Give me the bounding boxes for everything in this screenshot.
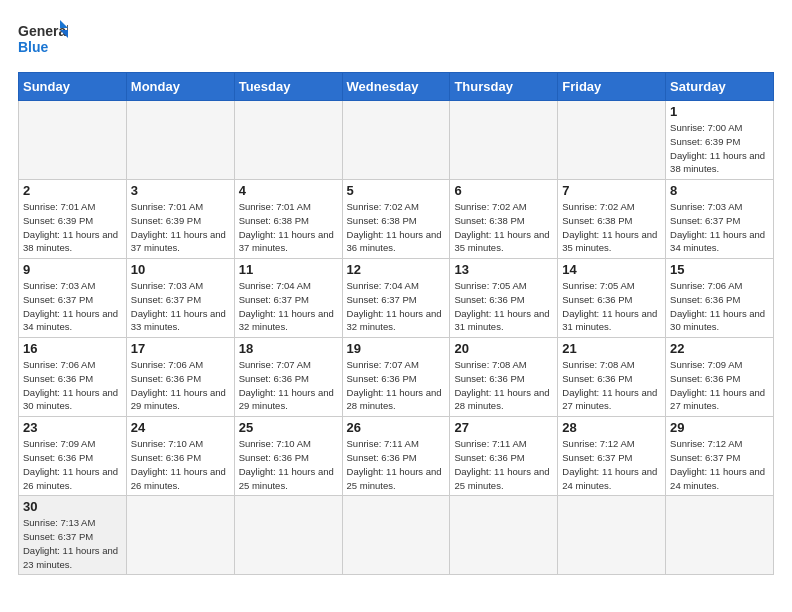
- calendar-cell: 6Sunrise: 7:02 AM Sunset: 6:38 PM Daylig…: [450, 180, 558, 259]
- day-number: 30: [23, 499, 122, 514]
- calendar-cell: 12Sunrise: 7:04 AM Sunset: 6:37 PM Dayli…: [342, 259, 450, 338]
- calendar-cell: 21Sunrise: 7:08 AM Sunset: 6:36 PM Dayli…: [558, 338, 666, 417]
- day-info: Sunrise: 7:02 AM Sunset: 6:38 PM Dayligh…: [454, 200, 553, 255]
- day-info: Sunrise: 7:08 AM Sunset: 6:36 PM Dayligh…: [454, 358, 553, 413]
- day-info: Sunrise: 7:04 AM Sunset: 6:37 PM Dayligh…: [347, 279, 446, 334]
- calendar-cell: 30Sunrise: 7:13 AM Sunset: 6:37 PM Dayli…: [19, 496, 127, 575]
- week-row-1: 2Sunrise: 7:01 AM Sunset: 6:39 PM Daylig…: [19, 180, 774, 259]
- calendar-cell: 9Sunrise: 7:03 AM Sunset: 6:37 PM Daylig…: [19, 259, 127, 338]
- weekday-saturday: Saturday: [666, 73, 774, 101]
- day-number: 4: [239, 183, 338, 198]
- day-number: 11: [239, 262, 338, 277]
- day-info: Sunrise: 7:04 AM Sunset: 6:37 PM Dayligh…: [239, 279, 338, 334]
- calendar-cell: 7Sunrise: 7:02 AM Sunset: 6:38 PM Daylig…: [558, 180, 666, 259]
- calendar-cell: 29Sunrise: 7:12 AM Sunset: 6:37 PM Dayli…: [666, 417, 774, 496]
- day-number: 26: [347, 420, 446, 435]
- day-number: 24: [131, 420, 230, 435]
- calendar-cell: [342, 101, 450, 180]
- calendar-cell: [450, 496, 558, 575]
- calendar-cell: 28Sunrise: 7:12 AM Sunset: 6:37 PM Dayli…: [558, 417, 666, 496]
- logo: General Blue: [18, 18, 68, 60]
- header: General Blue: [18, 18, 774, 60]
- day-number: 19: [347, 341, 446, 356]
- day-info: Sunrise: 7:03 AM Sunset: 6:37 PM Dayligh…: [23, 279, 122, 334]
- weekday-friday: Friday: [558, 73, 666, 101]
- calendar-cell: 25Sunrise: 7:10 AM Sunset: 6:36 PM Dayli…: [234, 417, 342, 496]
- calendar-cell: 26Sunrise: 7:11 AM Sunset: 6:36 PM Dayli…: [342, 417, 450, 496]
- day-info: Sunrise: 7:07 AM Sunset: 6:36 PM Dayligh…: [347, 358, 446, 413]
- day-number: 22: [670, 341, 769, 356]
- calendar-cell: 1Sunrise: 7:00 AM Sunset: 6:39 PM Daylig…: [666, 101, 774, 180]
- calendar-cell: [234, 101, 342, 180]
- day-number: 27: [454, 420, 553, 435]
- calendar-cell: 11Sunrise: 7:04 AM Sunset: 6:37 PM Dayli…: [234, 259, 342, 338]
- calendar-cell: 19Sunrise: 7:07 AM Sunset: 6:36 PM Dayli…: [342, 338, 450, 417]
- day-info: Sunrise: 7:03 AM Sunset: 6:37 PM Dayligh…: [131, 279, 230, 334]
- day-info: Sunrise: 7:12 AM Sunset: 6:37 PM Dayligh…: [670, 437, 769, 492]
- day-info: Sunrise: 7:03 AM Sunset: 6:37 PM Dayligh…: [670, 200, 769, 255]
- calendar-cell: 10Sunrise: 7:03 AM Sunset: 6:37 PM Dayli…: [126, 259, 234, 338]
- day-number: 14: [562, 262, 661, 277]
- calendar-cell: [19, 101, 127, 180]
- calendar-cell: [126, 496, 234, 575]
- day-info: Sunrise: 7:13 AM Sunset: 6:37 PM Dayligh…: [23, 516, 122, 571]
- weekday-wednesday: Wednesday: [342, 73, 450, 101]
- day-info: Sunrise: 7:01 AM Sunset: 6:39 PM Dayligh…: [23, 200, 122, 255]
- calendar-cell: 5Sunrise: 7:02 AM Sunset: 6:38 PM Daylig…: [342, 180, 450, 259]
- day-info: Sunrise: 7:01 AM Sunset: 6:39 PM Dayligh…: [131, 200, 230, 255]
- calendar-cell: [666, 496, 774, 575]
- day-number: 2: [23, 183, 122, 198]
- calendar-cell: [450, 101, 558, 180]
- day-number: 10: [131, 262, 230, 277]
- day-info: Sunrise: 7:01 AM Sunset: 6:38 PM Dayligh…: [239, 200, 338, 255]
- day-info: Sunrise: 7:10 AM Sunset: 6:36 PM Dayligh…: [131, 437, 230, 492]
- day-number: 9: [23, 262, 122, 277]
- day-number: 29: [670, 420, 769, 435]
- day-number: 15: [670, 262, 769, 277]
- calendar-cell: 4Sunrise: 7:01 AM Sunset: 6:38 PM Daylig…: [234, 180, 342, 259]
- day-number: 12: [347, 262, 446, 277]
- day-number: 13: [454, 262, 553, 277]
- day-number: 3: [131, 183, 230, 198]
- day-info: Sunrise: 7:07 AM Sunset: 6:36 PM Dayligh…: [239, 358, 338, 413]
- day-number: 5: [347, 183, 446, 198]
- day-info: Sunrise: 7:11 AM Sunset: 6:36 PM Dayligh…: [347, 437, 446, 492]
- calendar-cell: 20Sunrise: 7:08 AM Sunset: 6:36 PM Dayli…: [450, 338, 558, 417]
- calendar-cell: [234, 496, 342, 575]
- calendar-cell: [558, 101, 666, 180]
- day-info: Sunrise: 7:02 AM Sunset: 6:38 PM Dayligh…: [347, 200, 446, 255]
- day-number: 28: [562, 420, 661, 435]
- day-info: Sunrise: 7:05 AM Sunset: 6:36 PM Dayligh…: [562, 279, 661, 334]
- calendar-cell: [558, 496, 666, 575]
- day-info: Sunrise: 7:06 AM Sunset: 6:36 PM Dayligh…: [23, 358, 122, 413]
- calendar-cell: 13Sunrise: 7:05 AM Sunset: 6:36 PM Dayli…: [450, 259, 558, 338]
- day-info: Sunrise: 7:11 AM Sunset: 6:36 PM Dayligh…: [454, 437, 553, 492]
- calendar: SundayMondayTuesdayWednesdayThursdayFrid…: [18, 72, 774, 575]
- weekday-thursday: Thursday: [450, 73, 558, 101]
- calendar-cell: 24Sunrise: 7:10 AM Sunset: 6:36 PM Dayli…: [126, 417, 234, 496]
- day-info: Sunrise: 7:12 AM Sunset: 6:37 PM Dayligh…: [562, 437, 661, 492]
- calendar-cell: 18Sunrise: 7:07 AM Sunset: 6:36 PM Dayli…: [234, 338, 342, 417]
- calendar-cell: [126, 101, 234, 180]
- day-number: 7: [562, 183, 661, 198]
- calendar-cell: 16Sunrise: 7:06 AM Sunset: 6:36 PM Dayli…: [19, 338, 127, 417]
- day-number: 17: [131, 341, 230, 356]
- day-info: Sunrise: 7:06 AM Sunset: 6:36 PM Dayligh…: [131, 358, 230, 413]
- day-info: Sunrise: 7:06 AM Sunset: 6:36 PM Dayligh…: [670, 279, 769, 334]
- day-number: 6: [454, 183, 553, 198]
- day-info: Sunrise: 7:08 AM Sunset: 6:36 PM Dayligh…: [562, 358, 661, 413]
- day-number: 16: [23, 341, 122, 356]
- day-number: 1: [670, 104, 769, 119]
- calendar-cell: [342, 496, 450, 575]
- day-number: 8: [670, 183, 769, 198]
- week-row-0: 1Sunrise: 7:00 AM Sunset: 6:39 PM Daylig…: [19, 101, 774, 180]
- page: General Blue SundayMondayTuesdayWednesda…: [0, 0, 792, 593]
- calendar-cell: 8Sunrise: 7:03 AM Sunset: 6:37 PM Daylig…: [666, 180, 774, 259]
- weekday-monday: Monday: [126, 73, 234, 101]
- calendar-cell: 27Sunrise: 7:11 AM Sunset: 6:36 PM Dayli…: [450, 417, 558, 496]
- day-info: Sunrise: 7:02 AM Sunset: 6:38 PM Dayligh…: [562, 200, 661, 255]
- day-number: 20: [454, 341, 553, 356]
- week-row-4: 23Sunrise: 7:09 AM Sunset: 6:36 PM Dayli…: [19, 417, 774, 496]
- weekday-tuesday: Tuesday: [234, 73, 342, 101]
- calendar-cell: 14Sunrise: 7:05 AM Sunset: 6:36 PM Dayli…: [558, 259, 666, 338]
